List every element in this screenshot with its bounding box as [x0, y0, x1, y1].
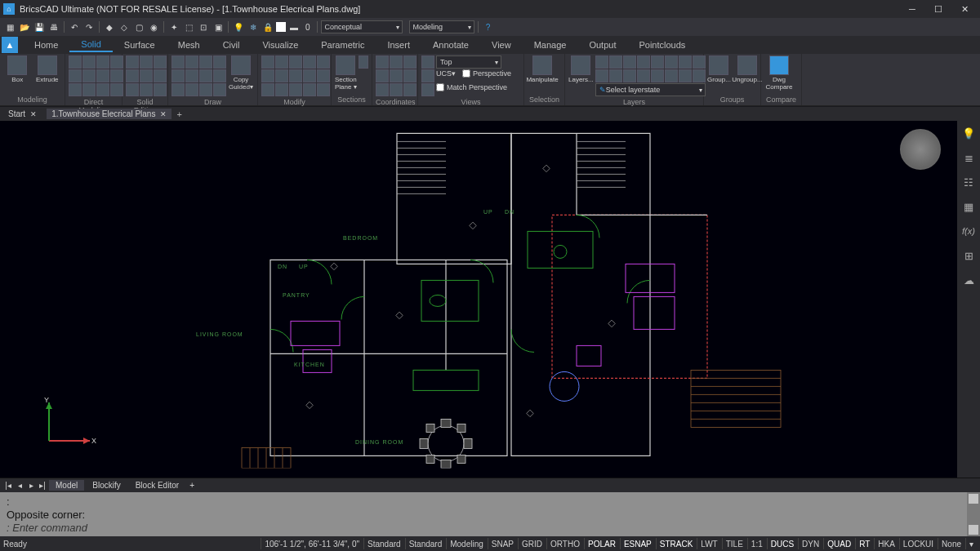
view-top-dropdown[interactable]: Top	[436, 56, 501, 69]
visual-style-dropdown[interactable]: Conceptual	[321, 20, 403, 33]
tool-icon[interactable]	[82, 56, 96, 69]
tool-icon[interactable]	[96, 83, 109, 96]
tool-icon[interactable]: ◇	[118, 20, 131, 33]
layout-blockify[interactable]: Blockify	[86, 480, 127, 491]
copy-guided-tool[interactable]: Copy Guided▾	[228, 56, 254, 91]
tool-icon[interactable]	[199, 69, 212, 82]
ucs-dropdown[interactable]: UCS▾	[436, 69, 461, 82]
tool-icon[interactable]	[390, 56, 403, 69]
tool-icon[interactable]	[637, 56, 650, 69]
status-none[interactable]: None	[938, 538, 964, 549]
tool-icon[interactable]	[421, 69, 434, 82]
app-menu-icon[interactable]: ▲	[2, 37, 18, 53]
tool-icon[interactable]	[154, 56, 167, 69]
tool-icon[interactable]	[82, 69, 96, 82]
cloud-icon[interactable]: ☁	[961, 273, 976, 287]
tool-icon[interactable]	[213, 56, 226, 69]
toggle-ortho[interactable]: ORTHO	[546, 538, 583, 549]
tool-icon[interactable]	[261, 56, 274, 69]
tool-icon[interactable]: ⊡	[197, 20, 210, 33]
tab-home[interactable]: Home	[23, 38, 69, 51]
tool-icon[interactable]	[110, 56, 123, 69]
tab-pointclouds[interactable]: Pointclouds	[627, 38, 697, 51]
status-modeling[interactable]: Modeling	[446, 538, 487, 549]
manipulate-tool[interactable]: Manipulate	[528, 56, 557, 83]
group-tool[interactable]: Group...	[707, 56, 731, 83]
toggle-quad[interactable]: QUAD	[823, 538, 854, 549]
tool-icon[interactable]	[110, 69, 123, 82]
toggle-esnap[interactable]: ESNAP	[620, 538, 655, 549]
structure-icon[interactable]: ☷	[961, 175, 976, 189]
tool-icon[interactable]	[140, 69, 153, 82]
toggle-ducs[interactable]: DUCS	[767, 538, 797, 549]
tab-view[interactable]: View	[480, 38, 523, 51]
tool-icon[interactable]	[359, 56, 368, 69]
tool-icon[interactable]	[154, 83, 167, 96]
doctab-start[interactable]: Start✕	[3, 109, 42, 119]
tab-surface[interactable]: Surface	[113, 38, 167, 51]
next-layout-button[interactable]: ▸	[26, 481, 36, 490]
tool-icon[interactable]	[213, 69, 226, 82]
add-layout-button[interactable]: +	[187, 481, 197, 490]
tool-icon[interactable]	[651, 69, 664, 82]
command-scrollbar[interactable]	[967, 492, 980, 536]
tool-icon[interactable]	[261, 69, 274, 82]
layout-blockeditor[interactable]: Block Editor	[129, 480, 185, 491]
layers-tool[interactable]: Layers...	[568, 56, 594, 83]
toggle-tile[interactable]: TILE	[722, 538, 746, 549]
tool-icon[interactable]	[172, 69, 185, 82]
status-standard1[interactable]: Standard	[363, 538, 404, 549]
status-standard2[interactable]: Standard	[405, 538, 446, 549]
tool-icon[interactable]	[637, 69, 650, 82]
tab-parametric[interactable]: Parametric	[310, 38, 376, 51]
toggle-grid[interactable]: GRID	[518, 538, 546, 549]
layers-icon[interactable]: ≣	[961, 150, 976, 165]
tool-icon[interactable]	[679, 69, 692, 82]
new-icon[interactable]: ▦	[3, 20, 16, 33]
layer-icon[interactable]: ▬	[287, 20, 301, 33]
tool-icon[interactable]	[154, 69, 167, 82]
bulb-icon[interactable]: 💡	[232, 20, 245, 33]
toggle-dyn[interactable]: DYN	[798, 538, 822, 549]
tool-icon[interactable]	[376, 83, 389, 96]
tool-icon[interactable]	[390, 69, 403, 82]
tool-icon[interactable]	[623, 56, 636, 69]
command-window[interactable]: : Opposite corner: : Enter command	[0, 492, 980, 536]
extrude-tool[interactable]: Extrude	[33, 56, 62, 83]
help-icon[interactable]: ?	[482, 20, 495, 33]
tool-icon[interactable]	[376, 56, 389, 69]
tool-icon[interactable]: ⬚	[182, 20, 195, 33]
toggle-lockui[interactable]: LOCKUI	[899, 538, 937, 549]
tab-annotate[interactable]: Annotate	[421, 38, 480, 51]
tab-visualize[interactable]: Visualize	[251, 38, 310, 51]
tool-icon[interactable]	[651, 56, 664, 69]
grid-icon[interactable]: ⊞	[961, 248, 976, 263]
tool-icon[interactable]	[679, 56, 692, 69]
tab-solid[interactable]: Solid	[69, 38, 112, 52]
tool-icon[interactable]	[172, 56, 185, 69]
tool-icon[interactable]	[275, 56, 288, 69]
tool-icon[interactable]	[140, 56, 153, 69]
tool-icon[interactable]	[403, 83, 416, 96]
tool-icon[interactable]	[421, 83, 434, 96]
tool-icon[interactable]	[595, 69, 608, 82]
lock-icon[interactable]: 🔒	[261, 20, 274, 33]
tool-icon[interactable]	[665, 56, 678, 69]
tool-icon[interactable]	[289, 83, 302, 96]
perspective-checkbox[interactable]	[462, 69, 470, 78]
tool-icon[interactable]	[82, 83, 96, 96]
tool-icon[interactable]	[289, 69, 302, 82]
tool-icon[interactable]	[376, 69, 389, 82]
toggle-polar[interactable]: POLAR	[584, 538, 619, 549]
tool-icon[interactable]	[199, 56, 212, 69]
tool-icon[interactable]	[317, 83, 330, 96]
fx-icon[interactable]: f(x)	[961, 224, 976, 238]
tool-icon[interactable]: ◉	[147, 20, 160, 33]
workspace-dropdown[interactable]: Modeling	[409, 20, 474, 33]
tool-icon[interactable]	[69, 69, 82, 82]
tool-icon[interactable]	[185, 56, 198, 69]
section-plane-tool[interactable]: Section Plane ▾	[335, 56, 357, 91]
toggle-hka[interactable]: HKA	[874, 538, 898, 549]
tool-icon[interactable]	[126, 69, 139, 82]
toggle-lwt[interactable]: LWT	[697, 538, 720, 549]
